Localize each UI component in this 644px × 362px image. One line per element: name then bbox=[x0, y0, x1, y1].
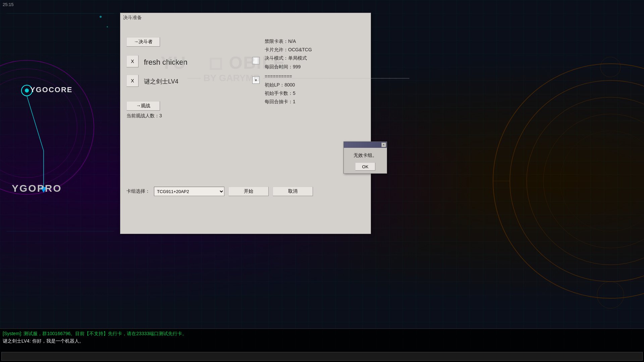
turn-time-label: 每回合时间： bbox=[265, 64, 293, 69]
turn-time-line: 每回合时间：999 bbox=[265, 63, 362, 71]
lp-line: 初始LP：8000 bbox=[265, 81, 362, 89]
player1-name: fresh chicken bbox=[144, 58, 187, 67]
ygopro-label: YGOPRO bbox=[12, 183, 62, 194]
svg-point-0 bbox=[0, 60, 94, 194]
svg-point-5 bbox=[25, 88, 29, 93]
card-allow-label: 卡片允许： bbox=[265, 47, 288, 52]
separator-line: ========== bbox=[265, 72, 362, 81]
card-allow-line: 卡片允许：OCG&TCG bbox=[265, 46, 362, 54]
player2-x-button[interactable]: X bbox=[126, 75, 139, 87]
svg-line-6 bbox=[27, 96, 44, 151]
player-chat-line: 谜之剑士LV4: 你好，我是一个机器人。 bbox=[0, 338, 644, 345]
left-decoration bbox=[0, 0, 121, 235]
right-decoration bbox=[476, 0, 644, 362]
panel-title: 决斗准备 bbox=[123, 15, 142, 21]
duel-mode-label: 决斗模式： bbox=[265, 55, 288, 61]
info-panel: 禁限卡表：N/A 卡片允许：OCG&TCG 决斗模式：单局模式 每回合时间：99… bbox=[265, 37, 362, 106]
ygocore-label: YGOCORE bbox=[30, 85, 72, 94]
card-allow-value: OCG&TCG bbox=[288, 47, 312, 52]
modal-dialog: ✕ 无效卡组。 OK bbox=[343, 141, 387, 174]
hand-value: 5 bbox=[293, 90, 296, 96]
start-button[interactable]: 开始 bbox=[228, 187, 269, 196]
modal-close-button[interactable]: ✕ bbox=[381, 142, 386, 147]
svg-line-24 bbox=[543, 181, 610, 295]
player1-x-button[interactable]: X bbox=[126, 55, 139, 67]
svg-point-3 bbox=[0, 85, 69, 169]
banlist-label: 禁限卡表： bbox=[265, 39, 288, 44]
draw-value: 1 bbox=[293, 99, 296, 104]
player1-checkbox[interactable] bbox=[252, 57, 260, 64]
svg-point-21 bbox=[597, 282, 624, 308]
svg-point-10 bbox=[107, 26, 108, 27]
chat-input[interactable] bbox=[1, 352, 643, 361]
deck-area: 卡组选择： TCG911+20AP2 开始 取消 bbox=[126, 187, 313, 196]
bottom-bar: [System]: 测试服，群100166796。目前【不支持】先行卡，请在23… bbox=[0, 328, 644, 362]
lp-label: 初始LP： bbox=[265, 82, 284, 87]
spectator-count: 当前观战人数：3 bbox=[126, 113, 162, 119]
hand-label: 初始手卡数： bbox=[265, 90, 293, 96]
spectate-button[interactable]: →观战 bbox=[126, 101, 160, 111]
svg-line-22 bbox=[543, 67, 610, 181]
modal-message: 无效卡组。 bbox=[348, 153, 383, 159]
banlist-line: 禁限卡表：N/A bbox=[265, 37, 362, 46]
modal-titlebar: ✕ bbox=[344, 142, 387, 148]
modal-content: 无效卡组。 OK bbox=[344, 148, 387, 173]
lp-value: 8000 bbox=[284, 82, 295, 87]
modal-ok-button[interactable]: OK bbox=[355, 163, 375, 171]
banlist-value: N/A bbox=[288, 39, 296, 44]
duelist-button[interactable]: →决斗者 bbox=[126, 37, 160, 47]
deck-label: 卡组选择： bbox=[126, 188, 150, 194]
deck-select[interactable]: TCG911+20AP2 bbox=[154, 187, 224, 196]
player2-checkbox[interactable] bbox=[252, 76, 260, 84]
hand-line: 初始手卡数：5 bbox=[265, 89, 362, 98]
duel-mode-value: 单局模式 bbox=[288, 55, 307, 61]
separator: ========== bbox=[265, 74, 292, 79]
draw-line: 每回合抽卡：1 bbox=[265, 98, 362, 106]
player2-name: 谜之剑士LV4 bbox=[144, 77, 178, 85]
system-chat-line: [System]: 测试服，群100166796。目前【不支持】先行卡，请在23… bbox=[0, 329, 644, 338]
main-panel: 决斗准备 →决斗者 X fresh chicken X 谜之剑士LV4 →观战 … bbox=[120, 13, 371, 234]
draw-label: 每回合抽卡： bbox=[265, 99, 293, 104]
cancel-button[interactable]: 取消 bbox=[273, 187, 313, 196]
svg-point-9 bbox=[100, 16, 102, 18]
turn-time-value: 999 bbox=[293, 64, 301, 69]
svg-point-20 bbox=[600, 57, 621, 77]
duel-mode-line: 决斗模式：单局模式 bbox=[265, 54, 362, 62]
